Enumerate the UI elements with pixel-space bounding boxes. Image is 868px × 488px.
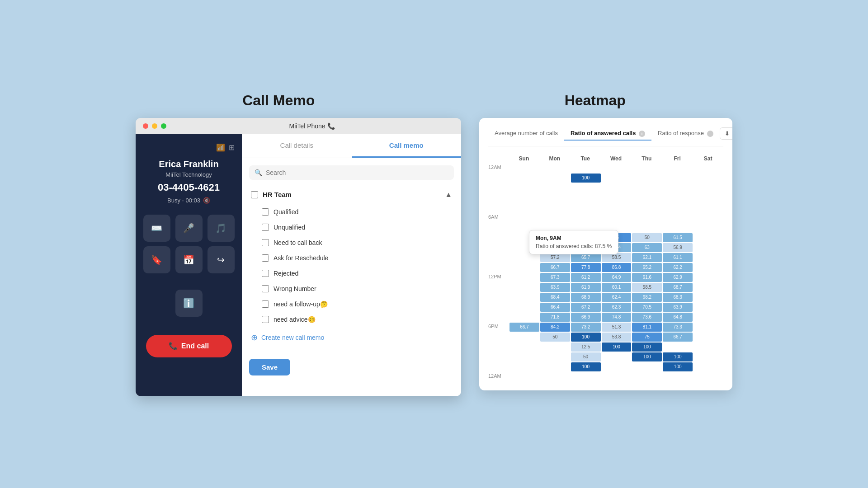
heatmap-cell[interactable]: 100 [663,352,693,361]
heatmap-cell[interactable]: 56.9 [663,243,693,252]
heatmap-cell[interactable]: 100 [571,174,601,183]
checkbox-need-advice[interactable] [262,316,269,323]
heatmap-cell[interactable] [632,213,662,222]
memo-item-unqualified[interactable]: Unqualified [249,220,454,235]
heatmap-cell[interactable]: 100 [663,362,693,371]
heatmap-cell[interactable]: 62.3 [602,303,632,312]
heatmap-cell[interactable] [693,362,723,371]
heatmap-cell[interactable] [602,352,632,361]
heatmap-cell[interactable]: 100 [632,343,662,352]
heatmap-cell[interactable]: 63.9 [540,283,570,292]
heatmap-cell[interactable] [571,193,601,202]
dialpad-button[interactable]: ⌨️ [143,215,170,242]
heatmap-cell[interactable]: 60.1 [602,283,632,292]
tab-call-details[interactable]: Call details [242,134,352,158]
heatmap-cell[interactable] [693,293,723,302]
heatmap-cell[interactable] [693,352,723,361]
checkbox-wrong-number[interactable] [262,285,269,292]
heatmap-cell[interactable] [509,253,539,262]
heatmap-cell[interactable] [509,362,539,371]
heatmap-cell[interactable]: 50 [632,233,662,242]
heatmap-cell[interactable] [663,174,693,183]
heatmap-cell[interactable]: 74.8 [602,313,632,322]
heatmap-cell[interactable] [509,203,539,212]
heatmap-cell[interactable]: 77.8 [571,263,601,272]
tab-ratio-response[interactable]: Ratio of response i [651,127,720,141]
group-checkbox[interactable] [251,191,258,198]
checkbox-need-to-call-back[interactable] [262,239,269,246]
heatmap-cell[interactable] [602,164,632,173]
heatmap-cell[interactable]: 67.3 [540,273,570,282]
heatmap-cell[interactable]: 68.3 [663,293,693,302]
heatmap-cell[interactable] [602,372,632,381]
heatmap-cell[interactable] [693,203,723,212]
heatmap-cell[interactable] [509,372,539,381]
mute-button[interactable]: 🎤 [175,215,203,242]
heatmap-cell[interactable] [509,333,539,342]
maximize-button[interactable] [161,123,166,129]
heatmap-cell[interactable] [693,303,723,312]
heatmap-cell[interactable]: 63 [632,243,662,252]
heatmap-cell[interactable] [540,372,570,381]
heatmap-cell[interactable]: 66.9 [571,313,601,322]
heatmap-cell[interactable] [693,323,723,332]
heatmap-cell[interactable]: 100 [602,343,632,352]
heatmap-cell[interactable]: 66.4 [540,303,570,312]
memo-item-need-to-call-back[interactable]: Need to call back [249,235,454,250]
heatmap-cell[interactable]: 61.9 [571,283,601,292]
heatmap-cell[interactable] [693,183,723,192]
heatmap-cell[interactable] [509,164,539,173]
heatmap-cell[interactable] [540,352,570,361]
heatmap-cell[interactable] [571,164,601,173]
heatmap-cell[interactable] [693,273,723,282]
heatmap-cell[interactable] [693,343,723,352]
heatmap-cell[interactable] [693,193,723,202]
heatmap-cell[interactable] [509,263,539,272]
heatmap-cell[interactable]: 62.4 [602,293,632,302]
memo-item-qualified[interactable]: Qualified [249,204,454,220]
heatmap-cell[interactable]: 73.2 [571,323,601,332]
heatmap-cell[interactable]: 68.7 [663,283,693,292]
heatmap-cell[interactable]: 70.5 [632,303,662,312]
heatmap-cell[interactable]: 66.7 [509,323,539,332]
heatmap-cell[interactable] [632,174,662,183]
heatmap-cell[interactable] [693,253,723,262]
heatmap-cell[interactable] [540,362,570,371]
heatmap-cell[interactable]: 66.7 [540,263,570,272]
heatmap-cell[interactable]: 51.3 [602,323,632,332]
memo-item-rejected[interactable]: Rejected [249,266,454,281]
heatmap-cell[interactable] [602,362,632,371]
heatmap-cell[interactable]: 73.3 [663,323,693,332]
heatmap-cell[interactable] [663,193,693,202]
heatmap-cell[interactable]: 50 [571,352,601,361]
heatmap-cell[interactable] [693,213,723,222]
info-button[interactable]: ℹ️ [175,290,203,317]
heatmap-cell[interactable] [663,164,693,173]
heatmap-cell[interactable]: 81.1 [632,323,662,332]
heatmap-cell[interactable] [663,372,693,381]
forward-button[interactable]: ↪ [208,246,235,273]
minimize-button[interactable] [152,123,157,129]
music-button[interactable]: 🎵 [208,215,235,242]
heatmap-cell[interactable] [509,283,539,292]
heatmap-cell[interactable] [693,164,723,173]
heatmap-cell[interactable] [663,213,693,222]
heatmap-cell[interactable] [509,352,539,361]
heatmap-cell[interactable] [693,243,723,252]
tab-ratio-answered[interactable]: Ratio of answered calls i [564,127,651,141]
heatmap-cell[interactable]: 64.8 [663,313,693,322]
heatmap-cell[interactable]: 61.6 [632,273,662,282]
heatmap-cell[interactable]: 53.8 [602,333,632,342]
heatmap-cell[interactable] [602,193,632,202]
checkbox-qualified[interactable] [262,208,269,216]
memo-item-need-advice[interactable]: need advice😊 [249,312,454,327]
heatmap-cell[interactable]: 67.2 [571,303,601,312]
heatmap-cell[interactable] [540,183,570,192]
heatmap-cell[interactable]: 68.9 [571,293,601,302]
heatmap-cell[interactable]: 58.5 [632,283,662,292]
heatmap-cell[interactable]: 61.2 [571,273,601,282]
heatmap-cell[interactable]: 100 [571,362,601,371]
heatmap-cell[interactable] [632,362,662,371]
heatmap-cell[interactable] [571,203,601,212]
heatmap-cell[interactable] [693,174,723,183]
